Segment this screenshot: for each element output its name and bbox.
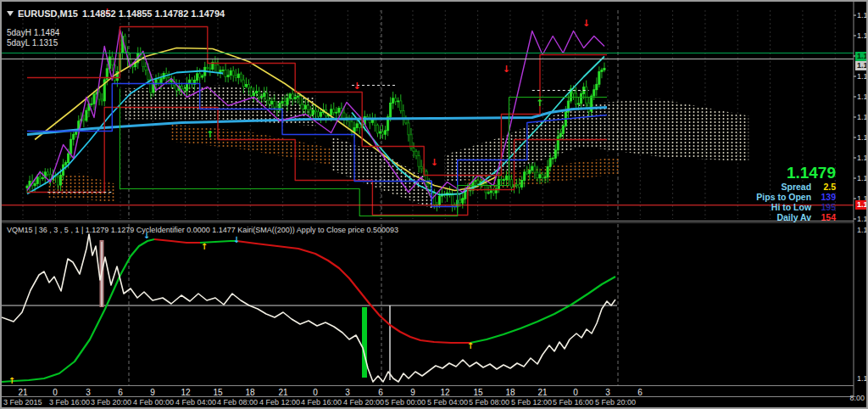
price-badge: 1.14940 bbox=[855, 52, 868, 61]
hour-tick-label: 15 bbox=[473, 388, 482, 397]
chart-canvas[interactable]: ↓↓↓↓↓↑↑↑ ↑↑↑↓↓ bbox=[2, 2, 866, 407]
hour-tick-label: 21 bbox=[278, 388, 287, 397]
hour-tick-label: 0 bbox=[53, 388, 58, 397]
hour-tick-label: 0 bbox=[573, 388, 578, 397]
label-5day-high: 5dayH 1.1484 bbox=[7, 28, 59, 37]
svg-text:↑: ↑ bbox=[206, 129, 214, 140]
date-tick-label: 5 Feb 16:00 bbox=[553, 398, 593, 406]
price-badge: 1.14794 bbox=[855, 61, 868, 70]
chart-title-bar[interactable]: EURUSD,M15 1.14852 1.14855 1.14782 1.147… bbox=[7, 8, 225, 19]
spread-value: 2.5 bbox=[814, 182, 836, 192]
price-tick: 1.15145 bbox=[857, 31, 868, 40]
date-tick-label: 4 Feb 20:00 bbox=[343, 398, 384, 406]
market-info-panel: 1.1479 Spread 2.5 Pips to Open 139 Hi to… bbox=[756, 165, 836, 222]
date-tick-label: 3 Feb 2015 bbox=[3, 398, 42, 406]
hour-tick-label: 12 bbox=[440, 388, 449, 397]
corner-clock: 8:00 bbox=[849, 394, 865, 402]
symbol-dropdown-icon[interactable] bbox=[7, 11, 14, 16]
hour-tick-label: 6 bbox=[378, 388, 383, 397]
info-row-hi-to-low: Hi to Low 195 bbox=[756, 202, 836, 212]
current-price-label: 1.1479 bbox=[756, 165, 836, 182]
hour-tick-label: 6 bbox=[637, 388, 643, 397]
svg-text:↓: ↓ bbox=[233, 235, 240, 244]
hour-tick-label: 18 bbox=[245, 388, 254, 397]
hour-tick-label: 3 bbox=[605, 388, 610, 397]
price-tick: 1.12985 bbox=[857, 215, 868, 223]
hour-tick-label: 18 bbox=[505, 388, 515, 397]
date-tick-label: 4 Feb 12:00 bbox=[259, 398, 300, 406]
hour-tick-label: 3 bbox=[86, 388, 91, 397]
svg-text:↑: ↑ bbox=[8, 376, 15, 385]
label-5day-low: 5dayL 1.1315 bbox=[7, 38, 58, 48]
hour-tick-label: 15 bbox=[213, 388, 222, 397]
price-tick: 1.14425 bbox=[857, 92, 868, 101]
svg-text:↓: ↓ bbox=[353, 81, 361, 92]
price-tick: 1.15385 bbox=[857, 11, 868, 20]
date-tick-label: 4 Feb 08:00 bbox=[217, 398, 258, 406]
svg-text:↑: ↑ bbox=[536, 98, 543, 109]
price-tick: 1.13465 bbox=[857, 174, 868, 182]
indicator-pane[interactable]: ↑↑↑↓↓ bbox=[2, 224, 618, 385]
price-tick: 1.13945 bbox=[857, 133, 868, 142]
ohlc-quote-line: 1.14852 1.14855 1.14782 1.14794 bbox=[82, 8, 225, 19]
date-tick-label: 3 Feb 16:00 bbox=[49, 398, 90, 406]
mt4-chart-window: ↓↓↓↓↓↑↑↑ ↑↑↑↓↓ EURUSD,M15 1.14852 1.1485… bbox=[0, 0, 868, 409]
svg-text:↓: ↓ bbox=[582, 18, 590, 29]
hour-tick-label: 9 bbox=[410, 388, 415, 397]
price-tick: 1.1319 bbox=[857, 226, 868, 234]
info-row-pips-to-open: Pips to Open 139 bbox=[756, 192, 836, 202]
info-row-daily-av: Daily Av 154 bbox=[756, 212, 836, 222]
svg-text:↑: ↑ bbox=[201, 242, 208, 251]
hour-tick-label: 3 bbox=[345, 388, 350, 397]
price-tick: 1.14185 bbox=[857, 113, 868, 121]
symbol-timeframe: EURUSD,M15 bbox=[18, 8, 78, 19]
hour-tick-label: 6 bbox=[118, 388, 123, 397]
date-tick-label: 4 Feb 04:00 bbox=[175, 398, 216, 406]
svg-text:↑: ↑ bbox=[467, 341, 474, 350]
price-tick: 1.14665 bbox=[857, 72, 868, 81]
daily-av-value: 154 bbox=[814, 212, 836, 222]
date-tick-label: 5 Feb 12:00 bbox=[511, 398, 552, 406]
svg-text:↑: ↑ bbox=[459, 196, 466, 207]
hour-tick-label: 21 bbox=[537, 388, 547, 397]
price-pane[interactable]: ↓↓↓↓↓↑↑↑ bbox=[2, 6, 854, 220]
hour-tick-label: 0 bbox=[313, 388, 318, 397]
date-tick-label: 4 Feb 16:00 bbox=[301, 398, 342, 406]
date-tick-label: 5 Feb 08:00 bbox=[469, 398, 509, 406]
date-tick-label: 3 Feb 20:00 bbox=[91, 398, 131, 406]
price-badge: 1.13147 bbox=[855, 200, 868, 210]
hour-tick-label: 21 bbox=[18, 388, 27, 397]
date-tick-label: 5 Feb 04:00 bbox=[427, 398, 468, 406]
date-tick-label: 5 Feb 00:00 bbox=[385, 398, 426, 406]
pips-to-open-value: 139 bbox=[814, 192, 836, 202]
indicator-header[interactable]: VQM15 | 36 , 3 , 5 , 1 | 1.1279 1.1279 C… bbox=[7, 226, 398, 234]
hour-tick-label: 9 bbox=[150, 388, 155, 397]
svg-text:↓: ↓ bbox=[431, 157, 438, 168]
price-tick: 1.13705 bbox=[857, 154, 868, 162]
hi-to-low-value: 195 bbox=[814, 202, 836, 212]
hour-tick-label: 12 bbox=[181, 388, 190, 397]
info-row-spread: Spread 2.5 bbox=[756, 182, 836, 192]
date-tick-label: 4 Feb 00:00 bbox=[133, 398, 174, 406]
date-tick-label: 5 Feb 20:00 bbox=[595, 398, 636, 406]
svg-text:↓: ↓ bbox=[503, 64, 510, 75]
price-tick: 1.1092 bbox=[857, 374, 868, 383]
